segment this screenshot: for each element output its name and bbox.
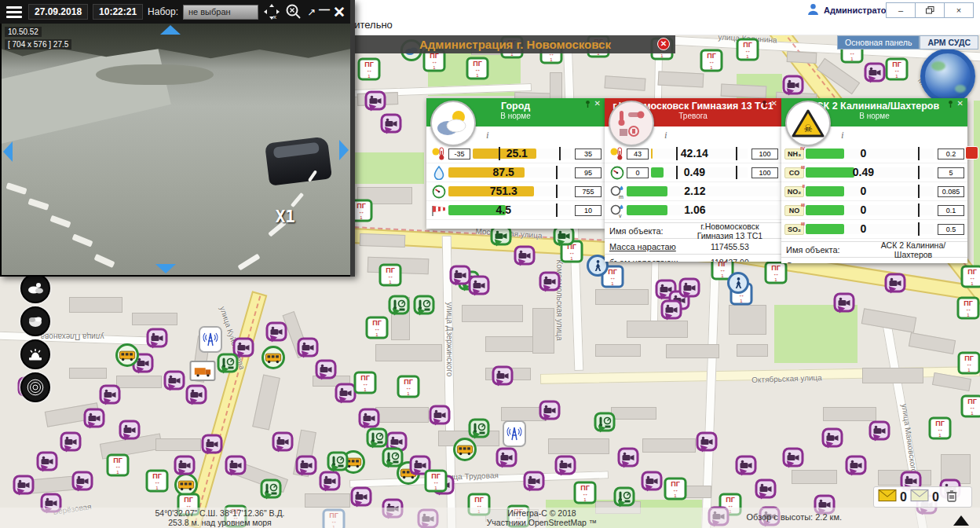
camera-marker[interactable] <box>491 226 512 246</box>
camera-marker[interactable] <box>174 456 196 475</box>
camera-marker[interactable] <box>736 456 757 475</box>
alarm-panel-icon[interactable] <box>965 146 978 160</box>
ptz-right-icon[interactable] <box>339 140 349 160</box>
zoom-cancel-icon[interactable] <box>285 2 302 21</box>
camera-marker[interactable] <box>298 338 319 358</box>
sensor-row[interactable]: 00.49100 <box>605 163 781 182</box>
sensor-row[interactable]: m2.12 <box>605 182 781 201</box>
sensor-row[interactable]: 87.595 <box>426 163 605 182</box>
bus-marker[interactable] <box>261 346 285 369</box>
camera-marker[interactable] <box>225 456 247 475</box>
antenna-marker[interactable] <box>199 326 222 353</box>
panel-close-icon[interactable]: ✕ <box>771 99 777 108</box>
camera-marker[interactable] <box>492 366 514 386</box>
camera-video[interactable]: 10.50.52 [ 704 x 576 ] 27.5 X1 <box>2 24 350 275</box>
fire-hydrant-marker[interactable]: ПГ↔1 <box>425 470 448 493</box>
camera-set-input[interactable]: не выбран <box>183 5 258 20</box>
camera-marker[interactable] <box>469 276 490 295</box>
camera-marker[interactable] <box>60 432 82 452</box>
fire-hydrant-marker[interactable]: ПГ↔1 <box>366 317 389 339</box>
camera-marker[interactable] <box>834 293 855 313</box>
camera-marker[interactable] <box>72 471 93 491</box>
camera-marker[interactable] <box>147 328 168 348</box>
ptz-up-icon[interactable] <box>160 25 181 35</box>
sensor-row[interactable]: NO₂II00.085 <box>781 182 967 201</box>
field-label[interactable]: бъем нарастающ <box>609 258 683 262</box>
weather-layer-icon[interactable] <box>20 273 50 303</box>
camera-marker[interactable] <box>186 385 207 405</box>
camera-window[interactable]: 27.09.2018 10:22:21 Набор: не выбран x ↗… <box>0 0 355 277</box>
camera-marker[interactable] <box>697 432 718 452</box>
sensor-row[interactable]: NOIII00.1 <box>781 201 967 220</box>
camera-marker[interactable] <box>351 487 372 507</box>
ptz-left-icon[interactable] <box>3 141 13 162</box>
camera-marker[interactable] <box>524 471 545 491</box>
trash-icon[interactable] <box>945 489 958 506</box>
sensor-marker[interactable] <box>614 487 635 507</box>
fire-hydrant-marker[interactable]: ПГ↔1 <box>397 376 420 398</box>
tab-main-panel[interactable]: Основная панель <box>837 35 920 50</box>
collapse-arrow-icon[interactable] <box>953 515 969 526</box>
camera-marker[interactable] <box>618 448 639 468</box>
sensor-row[interactable]: 4342.14100 <box>605 145 781 163</box>
sensor-marker[interactable] <box>389 295 410 315</box>
sensor-row[interactable]: -3525.135 <box>426 145 605 163</box>
camera-marker[interactable] <box>885 273 906 293</box>
fire-hydrant-marker[interactable]: ПГ↔1 <box>961 395 980 418</box>
truck-marker[interactable] <box>190 361 216 381</box>
fire-hydrant-marker[interactable]: ПГ↔1 <box>574 482 597 504</box>
field-label[interactable]: Масса нарастаю <box>609 242 683 251</box>
sensor-row[interactable]: NH₃IV00.2 <box>781 145 967 163</box>
fullscreen-icon[interactable]: ↗ <box>307 6 316 18</box>
sensor-marker[interactable] <box>469 419 490 438</box>
camera-marker[interactable] <box>202 434 223 454</box>
pedestrian-marker[interactable] <box>727 272 749 294</box>
pin-icon[interactable] <box>584 100 591 110</box>
camera-marker[interactable] <box>13 475 35 495</box>
siren-layer-icon[interactable] <box>20 339 50 369</box>
camera-marker[interactable] <box>869 421 890 441</box>
camera-marker[interactable] <box>783 75 804 95</box>
camera-marker[interactable] <box>272 432 294 452</box>
menu-icon[interactable] <box>5 5 24 20</box>
globe-emblem[interactable] <box>920 49 975 104</box>
camera-marker[interactable] <box>554 226 575 246</box>
bus-marker[interactable] <box>453 438 477 461</box>
sensor-row[interactable]: v1.06 <box>605 201 781 220</box>
smoke-layer-icon[interactable] <box>20 306 50 336</box>
antenna-marker[interactable] <box>503 420 526 447</box>
sensor-row[interactable]: 751.3755 <box>426 182 605 201</box>
info-icon[interactable]: i <box>841 129 967 141</box>
camera-marker[interactable] <box>365 91 386 111</box>
camera-marker[interactable] <box>514 246 536 266</box>
camera-marker[interactable] <box>119 420 141 440</box>
user-account[interactable]: Администратор <box>807 3 891 16</box>
camera-marker[interactable] <box>296 456 317 475</box>
minimize-button[interactable]: – <box>887 3 915 17</box>
fire-hydrant-marker[interactable]: ПГ↔1 <box>700 50 723 72</box>
fire-hydrant-marker[interactable]: ПГ↔1 <box>358 58 381 81</box>
mail-read-icon[interactable] <box>910 489 929 505</box>
sensor-row[interactable]: COIII0.495 <box>781 163 967 182</box>
pan-cancel-icon[interactable]: x <box>263 2 280 21</box>
camera-marker[interactable] <box>316 360 337 380</box>
sensor-marker[interactable] <box>414 295 435 315</box>
camera-marker[interactable] <box>381 114 402 134</box>
sensor-marker[interactable] <box>594 412 616 432</box>
camera-marker[interactable] <box>84 409 105 428</box>
fire-hydrant-marker[interactable]: ПГ↔1 <box>929 417 952 440</box>
camera-marker[interactable] <box>164 371 185 390</box>
fire-hydrant-marker[interactable]: ПГ↔1 <box>958 352 980 375</box>
camera-marker[interactable] <box>359 409 380 428</box>
fire-hydrant-marker[interactable]: ПГ↔1 <box>146 470 169 493</box>
sensor-marker[interactable] <box>382 448 404 468</box>
sensor-marker[interactable] <box>367 428 388 448</box>
sensor-marker[interactable] <box>218 354 239 373</box>
fire-hydrant-marker[interactable]: ПГ↔1 <box>737 38 759 61</box>
sensor-row[interactable]: 4.510 <box>426 201 605 220</box>
camera-marker[interactable] <box>846 456 867 475</box>
pin-icon[interactable] <box>761 100 768 110</box>
panel-close-icon[interactable]: ✕ <box>957 99 964 108</box>
camera-minimize-icon[interactable]: — <box>319 3 330 16</box>
tab-arm-suds[interactable]: АРМ СУДС <box>920 35 978 50</box>
